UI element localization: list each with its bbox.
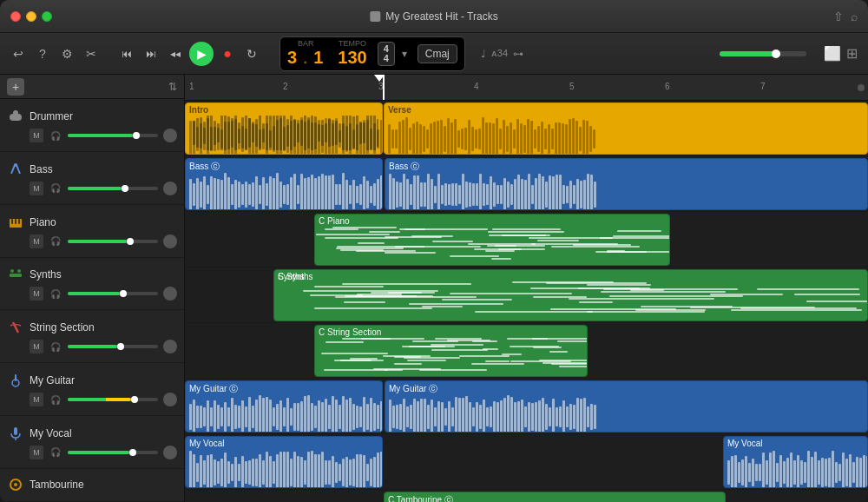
piano-headphone-icon[interactable]: 🎧	[49, 234, 62, 248]
metronome-icon[interactable]: ♩	[481, 48, 486, 60]
piano-pan-knob[interactable]	[163, 234, 177, 248]
string-section-pan-knob[interactable]	[163, 340, 177, 353]
waveform	[186, 392, 382, 433]
bass-region-1[interactable]: Bass ⓒ	[185, 158, 383, 210]
string-section-track-name: String Section	[30, 321, 95, 334]
drummer-mute-button[interactable]: M	[30, 129, 43, 142]
drummer-volume-slider[interactable]	[68, 134, 158, 137]
my-vocal-region-2[interactable]: My Vocal	[723, 436, 868, 488]
my-guitar-region-1[interactable]: My Guitar ⓒ	[185, 380, 383, 433]
my-guitar-headphone-icon[interactable]: 🎧	[49, 393, 62, 406]
my-vocal-region-1[interactable]: My Vocal	[185, 436, 383, 488]
piano-mute-button[interactable]: M	[30, 234, 43, 248]
bass-mute-button[interactable]: M	[30, 182, 43, 195]
loop-button[interactable]: ↻	[241, 43, 262, 64]
synths-volume-slider[interactable]	[68, 292, 158, 295]
maximize-button[interactable]	[42, 11, 52, 22]
my-vocal-headphone-icon[interactable]: 🎧	[49, 446, 62, 459]
synths-region-1[interactable]: C Synths Synths	[273, 269, 868, 321]
drummer-region-intro[interactable]: Intro	[185, 102, 383, 155]
svg-rect-6	[18, 219, 20, 224]
synths-pan-knob[interactable]	[163, 287, 177, 301]
drummer-verse-label: Verse	[388, 105, 411, 115]
string-section-headphone-icon[interactable]: 🎧	[49, 340, 62, 353]
string-section-track-icon	[7, 319, 24, 336]
bass-region-2[interactable]: Bass ⓒ	[385, 158, 868, 210]
my-guitar-region-2[interactable]: My Guitar ⓒ	[385, 380, 868, 433]
my-vocal-mute-button[interactable]: M	[30, 446, 43, 459]
back-step-button[interactable]: ◂◂	[165, 43, 186, 64]
my-guitar-mute-button[interactable]: M	[30, 393, 43, 406]
ruler-mark-5: 5	[569, 82, 575, 91]
synths-headphone-icon[interactable]: 🎧	[49, 287, 62, 301]
ruler-mark-2: 2	[283, 82, 288, 91]
tambourine-region-1[interactable]: C Tambourine ⓒ	[384, 492, 726, 502]
bass-volume-slider[interactable]	[68, 187, 158, 190]
bass-headphone-icon[interactable]: 🎧	[49, 182, 62, 195]
send-icon[interactable]: ↩	[10, 46, 26, 62]
svg-rect-4	[11, 219, 13, 224]
synths-mute-button[interactable]: M	[30, 287, 43, 301]
time-sig-display[interactable]: 4 4 ▾	[378, 42, 407, 66]
track-item-piano: Piano M 🎧	[0, 205, 184, 258]
library-icon[interactable]: ⬜	[824, 45, 841, 62]
waveform-yellow	[186, 114, 382, 155]
app-icon	[370, 11, 380, 22]
my-vocal-track-controls: M 🎧	[7, 446, 177, 459]
my-guitar-region-1-label: My Guitar ⓒ	[189, 383, 238, 395]
tuner-icon[interactable]: ⊶	[513, 48, 523, 60]
track-row-my-guitar: My Guitar ⓒ My Guitar ⓒ	[185, 379, 868, 434]
my-guitar-volume-slider[interactable]	[68, 398, 158, 401]
drummer-track-controls: M 🎧	[7, 129, 177, 142]
drummer-headphone-icon[interactable]: 🎧	[49, 129, 62, 142]
drummer-intro-label: Intro	[189, 105, 208, 115]
play-button[interactable]: ▶	[189, 42, 214, 66]
title-bar: My Greatest Hit - Tracks ⇧ ⌕	[0, 0, 868, 33]
svg-point-8	[10, 269, 14, 273]
tempo-display[interactable]: TEMPO 130	[338, 40, 366, 68]
display-panel: BAR 3 . 1 TEMPO 130 4 4 ▾ Cmaj	[279, 36, 465, 71]
bass-pan-knob[interactable]	[163, 182, 177, 195]
piano-region-1[interactable]: C Piano	[314, 214, 670, 266]
my-vocal-pan-knob[interactable]	[163, 446, 177, 459]
bass-region-1-label: Bass ⓒ	[189, 161, 220, 173]
master-volume-slider[interactable]	[720, 51, 806, 56]
my-guitar-pan-knob[interactable]	[163, 393, 177, 406]
track-list-header: + ⇅	[0, 75, 184, 99]
minimize-button[interactable]	[26, 11, 36, 22]
toolbar: ↩ ? ⚙ ✂ ⏮ ⏭ ◂◂ ▶ ● ↻ BAR 3 . 1 TEMPO 130…	[0, 33, 868, 75]
end-marker	[858, 84, 865, 91]
key-display[interactable]: Cmaj	[418, 44, 457, 63]
ruler-mark-1: 1	[189, 82, 194, 91]
piano-track-icon	[7, 214, 24, 231]
string-section-mute-button[interactable]: M	[30, 340, 43, 353]
traffic-lights	[10, 11, 52, 22]
my-vocal-volume-slider[interactable]	[68, 451, 158, 454]
svg-rect-1	[13, 110, 18, 116]
string-section-region-1[interactable]: C String Section	[314, 325, 588, 377]
track-row-piano: C Piano	[185, 212, 868, 268]
ruler-mark-7: 7	[760, 82, 766, 91]
share-icon[interactable]: ⇧	[833, 10, 844, 23]
track-row-bass: Bass ⓒ Bass ⓒ	[185, 156, 868, 212]
add-track-button[interactable]: +	[7, 78, 24, 96]
drummer-track-icon	[7, 108, 24, 125]
track-item-bass: Bass M 🎧	[0, 152, 184, 205]
search-icon[interactable]: ⌕	[851, 10, 858, 23]
scissors-icon[interactable]: ✂	[83, 46, 99, 62]
track-item-synths: Synths M 🎧	[0, 258, 184, 311]
drummer-region-verse[interactable]: Verse	[384, 102, 868, 155]
settings-icon[interactable]: ⚙	[59, 46, 75, 62]
string-section-volume-slider[interactable]	[68, 345, 158, 348]
rewind-button[interactable]: ⏮	[116, 43, 137, 64]
sort-tracks-button[interactable]: ⇅	[168, 81, 177, 93]
ruler-mark-4: 4	[474, 82, 479, 91]
piano-volume-slider[interactable]	[68, 240, 158, 243]
help-icon[interactable]: ?	[35, 46, 50, 62]
record-button[interactable]: ●	[217, 43, 238, 64]
midi-notes	[274, 281, 867, 319]
skip-back-button[interactable]: ⏭	[141, 43, 161, 64]
close-button[interactable]	[10, 11, 21, 22]
mixer-icon[interactable]: ⊞	[846, 45, 858, 62]
drummer-pan-knob[interactable]	[163, 129, 177, 142]
